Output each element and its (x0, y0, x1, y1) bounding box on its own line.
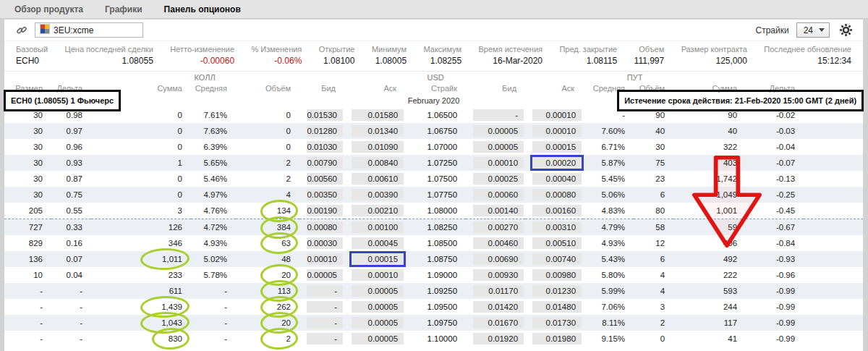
put-bid-cell[interactable]: 0.00060 (466, 187, 525, 203)
put-bid-cell[interactable]: 0.00005 (466, 123, 525, 139)
option-row[interactable]: --611-113-0.000051.092500.011700.012305.… (4, 283, 863, 299)
call-sum-cell[interactable]: 830 (91, 331, 191, 347)
call-volume-cell[interactable]: 0 (236, 139, 299, 155)
put-avg-cell[interactable]: 9.15% (583, 331, 634, 347)
call-sum-cell[interactable]: 611 (91, 283, 191, 299)
put-avg-cell[interactable]: 5.99% (583, 283, 634, 299)
option-row[interactable]: 300.9606.39%00.010300.010901.070000.0000… (4, 139, 863, 155)
call-bid-cell[interactable]: - (299, 283, 344, 299)
put-delta-cell[interactable]: -0.93 (746, 251, 804, 267)
put-bid-cell[interactable]: 0.00010 (466, 155, 525, 171)
put-sum-cell[interactable]: 1,742 (673, 171, 746, 187)
call-volume-cell[interactable]: 48 (236, 251, 299, 267)
put-volume-cell[interactable]: 2 (634, 315, 673, 331)
call-volume-cell[interactable]: 4 (236, 187, 299, 203)
call-ask-cell[interactable]: 0.00210 (344, 203, 405, 219)
call-volume-cell[interactable]: 2 (236, 171, 299, 187)
option-row[interactable]: 300.8705.46%20.005600.006101.075000.0002… (4, 171, 863, 187)
call-delta-cell[interactable]: 0.87 (51, 171, 91, 187)
put-volume-cell[interactable]: 4 (634, 283, 673, 299)
strike-cell[interactable]: 1.07250 (405, 155, 466, 171)
put-volume-cell[interactable]: 23 (634, 171, 673, 187)
col-header-call-size[interactable]: Размер (4, 83, 51, 93)
call-size-cell[interactable]: 30 (4, 171, 51, 187)
put-volume-cell[interactable]: 30 (634, 139, 673, 155)
put-ask-cell[interactable]: 0.01230 (525, 283, 583, 299)
call-volume-cell[interactable]: 384 (236, 219, 299, 236)
call-avg-cell[interactable]: 5.78% (191, 267, 236, 283)
put-delta-cell[interactable]: -0.99 (746, 283, 804, 299)
call-bid-cell[interactable]: 0.01030 (299, 139, 344, 155)
put-bid-cell[interactable]: 0.01170 (466, 283, 525, 299)
call-sum-cell[interactable]: 1 (91, 155, 191, 171)
call-volume-cell[interactable]: 0 (236, 107, 299, 123)
call-size-cell[interactable]: 727 (4, 219, 51, 236)
call-bid-cell[interactable]: 0.01530 (299, 107, 344, 123)
put-volume-cell[interactable]: 12 (634, 235, 673, 251)
put-volume-cell[interactable]: 40 (634, 123, 673, 139)
strike-cell[interactable]: 1.07000 (405, 139, 466, 155)
call-ask-cell[interactable]: 0.01580 (344, 107, 405, 123)
option-row[interactable]: 8290.163464.93%630.000300.000451.085000.… (4, 235, 863, 251)
call-size-cell[interactable]: 205 (4, 203, 51, 219)
call-ask-cell[interactable]: 0.00100 (344, 219, 405, 236)
put-avg-cell[interactable]: 5.45% (583, 171, 634, 187)
call-avg-cell[interactable]: 4.72% (191, 219, 236, 236)
strike-cell[interactable]: 1.08750 (405, 251, 466, 267)
option-row[interactable]: 2050.5534.76%1340.001900.002101.080000.0… (4, 203, 863, 219)
put-bid-cell[interactable]: 0.01420 (466, 299, 525, 315)
put-sum-cell[interactable]: 1,001 (673, 203, 746, 219)
strike-cell[interactable]: 1.07500 (405, 171, 466, 187)
put-sum-cell[interactable]: 403 (673, 155, 746, 171)
put-bid-cell[interactable]: 0.00270 (466, 219, 525, 236)
put-ask-cell[interactable]: 0.00020 (525, 155, 583, 171)
put-avg-cell[interactable]: 5.06% (583, 187, 634, 203)
call-delta-cell[interactable]: 0.96 (51, 139, 91, 155)
col-header-put-avg[interactable]: Средняя (583, 83, 634, 93)
expiry-group-row[interactable]: February 2020 ECH0 (1.08055) 1 Фьючерс И… (4, 93, 863, 107)
col-header-put-ask[interactable]: Аск (525, 83, 583, 93)
put-bid-cell[interactable]: 0.00690 (466, 251, 525, 267)
option-row[interactable]: 7270.331264.72%3840.000800.001001.082500… (4, 219, 863, 236)
put-sum-cell[interactable]: 244 (673, 299, 746, 315)
put-sum-cell[interactable]: 1,049 (673, 187, 746, 203)
call-bid-cell[interactable]: 0.00790 (299, 155, 344, 171)
put-sum-cell[interactable]: 322 (673, 139, 746, 155)
call-volume-cell[interactable]: 262 (236, 299, 299, 315)
col-header-put-delta[interactable]: Дельта (746, 83, 804, 93)
col-header-put-sum[interactable]: Сумма (673, 83, 746, 93)
call-bid-cell[interactable]: 0.00010 (299, 251, 344, 267)
put-ask-cell[interactable]: 0.00010 (525, 107, 583, 123)
call-sum-cell[interactable]: 1,043 (91, 315, 191, 331)
option-row[interactable]: --1,439-262-0.000051.095000.014200.01480… (4, 299, 863, 315)
put-bid-cell[interactable]: - (466, 107, 525, 123)
call-volume-cell[interactable]: 2 (236, 155, 299, 171)
call-delta-cell[interactable]: 0.04 (51, 267, 91, 283)
call-avg-cell[interactable]: 7.61% (191, 107, 236, 123)
call-volume-cell[interactable]: 20 (236, 315, 299, 331)
call-size-cell[interactable]: 136 (4, 251, 51, 267)
call-size-cell[interactable]: 30 (4, 107, 51, 123)
put-delta-cell[interactable]: -0.25 (746, 187, 804, 203)
call-bid-cell[interactable]: - (299, 299, 344, 315)
put-delta-cell[interactable]: -0.02 (746, 107, 804, 123)
put-volume-cell[interactable]: 0 (634, 331, 673, 347)
strike-cell[interactable]: 1.06750 (405, 123, 466, 139)
put-ask-cell[interactable]: 0.00980 (525, 267, 583, 283)
put-ask-cell[interactable]: 0.00040 (525, 171, 583, 187)
call-size-cell[interactable]: - (4, 331, 51, 347)
strike-cell[interactable]: 1.08250 (405, 219, 466, 236)
call-delta-cell[interactable]: 0.33 (51, 219, 91, 236)
put-ask-cell[interactable]: 0.00160 (525, 203, 583, 219)
call-delta-cell[interactable]: - (51, 299, 91, 315)
put-volume-cell[interactable]: 90 (634, 107, 673, 123)
call-avg-cell[interactable]: 4.76% (191, 203, 236, 219)
call-delta-cell[interactable]: 0.75 (51, 187, 91, 203)
call-ask-cell[interactable]: 0.00840 (344, 155, 405, 171)
call-ask-cell[interactable]: 0.00010 (344, 267, 405, 283)
col-header-strike[interactable]: Страйк (405, 83, 466, 93)
put-delta-cell[interactable]: -0.03 (746, 123, 804, 139)
put-avg-cell[interactable]: 8.11% (583, 315, 634, 331)
call-ask-cell[interactable]: 0.00045 (344, 235, 405, 251)
call-size-cell[interactable]: - (4, 299, 51, 315)
